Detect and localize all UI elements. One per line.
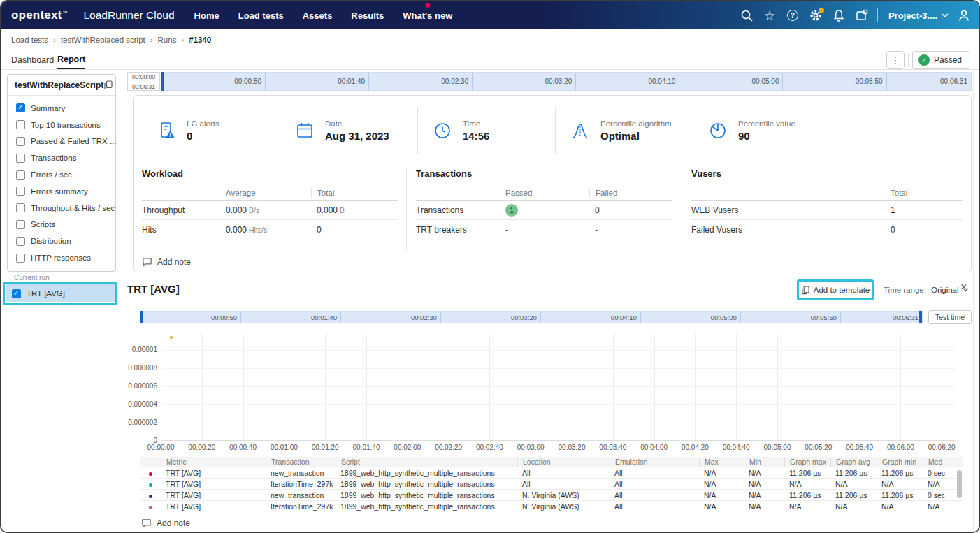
table-cell: 1899_web_http_synthetic_multiple_ransact… (336, 480, 517, 488)
sidebar-item-top-10-transactions[interactable]: Top 10 transactions (8, 117, 115, 133)
table-cell: 11.206 µs (830, 491, 877, 499)
checkbox[interactable] (16, 220, 25, 229)
breadcrumb-separator: › (181, 36, 184, 44)
breadcrumb-item[interactable]: testWithReplaced script (61, 36, 145, 44)
series-color-dot (149, 472, 152, 476)
y-axis-tick-label: 0.000004 (115, 400, 157, 408)
help-icon[interactable]: ? (785, 8, 800, 23)
timeline-tick (368, 73, 369, 90)
x-axis-tick-label: 00:01:20 (303, 444, 347, 451)
sidebar-item-throughput-hits-sec[interactable]: Throughput & Hits / sec (8, 200, 115, 217)
timeline-tick-label: 00:00:50 (211, 312, 240, 323)
checkbox[interactable] (16, 120, 25, 129)
calendar-icon (294, 120, 315, 141)
checkbox[interactable] (16, 154, 25, 163)
timeline-tick-label: 00:05:00 (711, 312, 740, 323)
trt-section-title: TRT [AVG] (127, 283, 180, 295)
tab-dashboard[interactable]: Dashboard (11, 50, 54, 69)
checkbox[interactable] (16, 187, 25, 196)
project-selector[interactable]: Project-3.... (888, 10, 949, 21)
favorites-star-icon[interactable]: ☆ (762, 8, 777, 23)
timeline-tick-label: 00:04:10 (611, 312, 640, 323)
app-switcher-icon[interactable] (854, 8, 870, 23)
sidebar-item-passed-failed-trx[interactable]: Passed & Failed TRX ... (8, 133, 115, 150)
sidebar-item-errors-sec[interactable]: Errors / sec (8, 166, 115, 183)
checkbox[interactable] (16, 203, 25, 212)
table-cell: 1899_web_http_synthetic_multiple_ransact… (336, 502, 517, 511)
add-note-button[interactable]: Add note (142, 256, 191, 267)
add-note-button[interactable]: Add note (141, 518, 190, 528)
chart-vgridline (736, 334, 737, 440)
timeline-start-handle[interactable] (140, 311, 143, 323)
sidebar-item-label: Errors summary (31, 187, 88, 196)
sidebar-item-errors-summary[interactable]: Errors summary (8, 183, 115, 200)
chart-hgridline (161, 404, 956, 405)
search-icon[interactable] (739, 8, 754, 23)
table-column-header: Graph min (877, 458, 923, 467)
timeline-start-handle[interactable] (161, 72, 164, 91)
table-cell: 1899_web_http_synthetic_multiple_ransact… (336, 491, 517, 499)
nav-load-tests[interactable]: Load tests (238, 8, 284, 24)
add-to-template-highlight: Add to template (797, 279, 874, 300)
sidebar-item-label: Scripts (31, 220, 55, 228)
checkbox[interactable] (16, 170, 25, 180)
more-actions-kebab-icon[interactable]: ⋮ (886, 51, 905, 69)
add-to-template-button[interactable]: Add to template (799, 282, 872, 298)
metrics-legend-table: MetricTransactionScriptLocationEmulation… (140, 457, 963, 511)
sidebar-item-label: Summary (31, 104, 65, 112)
sidebar-item-distribution[interactable]: Distribution (8, 233, 115, 249)
chart-timeline-scrubber[interactable]: 00:00:5000:01:4000:02:3000:03:2000:04:10… (140, 311, 923, 323)
timeline-tick (265, 73, 266, 90)
summary-timeline-scrubber[interactable]: 00:00:5000:01:4000:02:3000:03:2000:04:10… (161, 72, 972, 91)
table-cell: TRT [AVG] (161, 469, 266, 477)
status-divider (908, 54, 909, 66)
sidebar-item-trt-avg[interactable]: TRT [AVG] (6, 284, 115, 302)
time-range-control: Time range: Original (884, 279, 969, 300)
x-axis-tick-label: 00:02:20 (426, 444, 471, 451)
breadcrumb-item[interactable]: Load tests (11, 36, 48, 44)
checkbox[interactable] (16, 137, 25, 146)
table-row[interactable]: TRT [AVG]new_transaction1899_web_http_sy… (140, 490, 963, 501)
sidebar-item-scripts[interactable]: Scripts (8, 217, 115, 233)
user-avatar-icon[interactable] (956, 8, 972, 23)
close-widget-icon[interactable]: × (960, 282, 967, 293)
timeline-tick (472, 73, 473, 90)
table-cell: 11.206 µs (784, 491, 830, 499)
sidebar-item-label: Throughput & Hits / sec (31, 204, 115, 212)
settings-gear-icon[interactable] (808, 8, 823, 23)
test-time-button[interactable]: Test time (928, 310, 972, 324)
sidebar-item-http-responses[interactable]: HTTP responses (8, 249, 115, 266)
sidebar-item-transactions[interactable]: Transactions (8, 149, 115, 166)
notifications-bell-icon[interactable] (831, 8, 846, 23)
table-row[interactable]: TRT [AVG]new_transaction1899_web_http_sy… (140, 467, 963, 479)
table-cell: All (517, 469, 610, 477)
nav-results[interactable]: Results (351, 8, 384, 24)
tab-report[interactable]: Report (57, 50, 85, 69)
table-column-header: Metric (161, 458, 266, 467)
sidebar-item-summary[interactable]: Summary (8, 100, 115, 117)
copy-template-icon[interactable] (103, 80, 113, 90)
table-row[interactable]: TRT [AVG]IterationTime_297k1899_web_http… (140, 501, 963, 511)
x-axis-tick-label: 00:00:40 (221, 444, 266, 451)
brand-logo[interactable]: opentext ™ LoadRunner Cloud (11, 8, 175, 22)
checkbox[interactable] (16, 103, 25, 112)
transactions-section: Transactions Passed Failed Transactions … (416, 168, 672, 239)
checkbox[interactable] (12, 289, 21, 298)
nav-home[interactable]: Home (194, 8, 219, 24)
table-cell: N/A (923, 502, 958, 511)
table-cell: All (610, 469, 699, 477)
breadcrumb-item[interactable]: Runs (158, 36, 177, 44)
table-cell: N. Virginia (AWS) (517, 491, 610, 499)
checkbox[interactable] (16, 254, 25, 263)
time-range-label: Time range: (884, 286, 926, 294)
sidebar-item-label: Passed & Failed TRX ... (31, 137, 117, 145)
chart-vgridline (284, 334, 284, 440)
nav-whats-new[interactable]: What's new (403, 8, 452, 24)
sidebar-sections-card: testWithReplaceScript SummaryTop 10 tran… (7, 74, 116, 272)
table-row[interactable]: TRT [AVG]IterationTime_297k1899_web_http… (140, 479, 963, 490)
current-run-label: Current run (14, 274, 50, 282)
checkbox[interactable] (16, 237, 25, 246)
stat-percentile-algorithm: Percentile algorithmOptimal (555, 107, 693, 154)
scrollbar-thumb[interactable] (957, 470, 962, 498)
nav-assets[interactable]: Assets (303, 8, 333, 24)
